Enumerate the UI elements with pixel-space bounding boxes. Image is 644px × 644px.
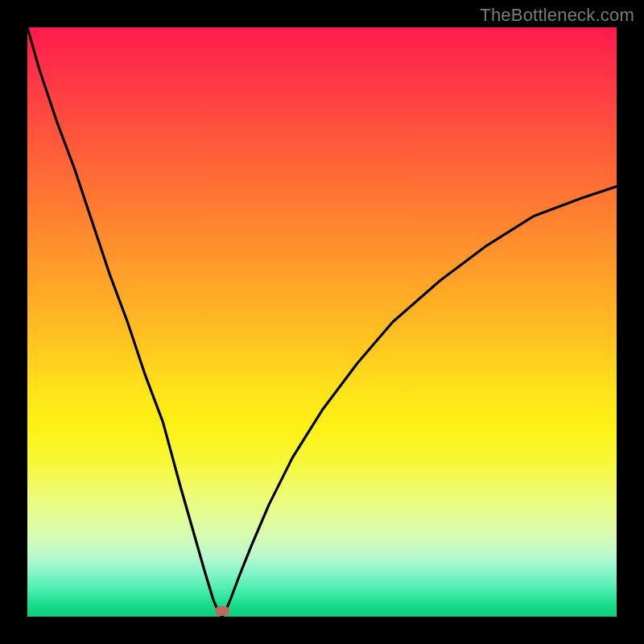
- plot-area: [27, 27, 617, 617]
- bottleneck-curve: [27, 27, 617, 617]
- watermark-text: TheBottleneck.com: [480, 5, 634, 26]
- chart-frame: TheBottleneck.com: [0, 0, 644, 644]
- optimal-point-marker: [215, 606, 229, 616]
